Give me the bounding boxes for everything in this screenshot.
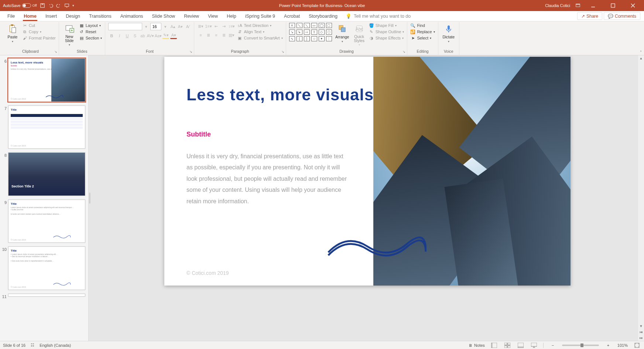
shape-rarrow-icon[interactable]: ⇨	[304, 30, 310, 35]
shape-star-icon[interactable]: ☆	[311, 36, 317, 41]
font-size-combo[interactable]: 16	[150, 23, 161, 30]
shape-arrow-icon[interactable]: ↘	[289, 30, 295, 35]
arrange-button[interactable]: Arrange▾	[335, 23, 350, 43]
tab-storyboarding[interactable]: Storyboarding	[304, 11, 342, 21]
format-painter-button[interactable]: 🖌Format Painter	[22, 35, 56, 41]
font-name-combo[interactable]	[108, 23, 142, 30]
tab-animations[interactable]: Animations	[116, 11, 148, 21]
tab-design[interactable]: Design	[61, 11, 85, 21]
slide-thumbnails-panel[interactable]: 6 Less text, more visuals Subtitle Unles…	[0, 55, 89, 341]
tab-slideshow[interactable]: Slide Show	[148, 11, 180, 21]
window-close-button[interactable]	[626, 0, 640, 11]
next-slide-icon[interactable]: ⏭	[638, 335, 644, 341]
zoom-percent[interactable]: 101%	[617, 343, 628, 348]
zoom-knob[interactable]	[580, 343, 583, 347]
shape-uarrow-icon[interactable]: ⇧	[311, 30, 317, 35]
chevron-down-icon[interactable]: ▾	[162, 23, 169, 30]
slide-body[interactable]: Unless it is very dry, financial present…	[186, 151, 349, 207]
decrease-indent-button[interactable]: ⇤	[213, 23, 219, 30]
scroll-up-icon[interactable]: ▲	[638, 55, 644, 61]
start-from-beginning-icon[interactable]	[64, 3, 69, 8]
window-maximize-button[interactable]	[606, 0, 620, 11]
shape-effects-button[interactable]: ◑Shape Effects▾	[369, 35, 404, 41]
shape-line2-icon[interactable]: ＼	[304, 23, 310, 28]
replace-button[interactable]: 🔁Replace▾	[410, 29, 435, 34]
tab-insert[interactable]: Insert	[41, 11, 61, 21]
slide-thumb-6[interactable]: Less text, more visuals Subtitle Unless …	[8, 58, 85, 102]
reset-button[interactable]: ↺Reset	[79, 29, 102, 34]
numbering-button[interactable]: 1≡▾	[205, 23, 212, 30]
slide-editor[interactable]: Less text, more visuals Subtitle Unless …	[91, 55, 644, 341]
window-minimize-button[interactable]	[586, 0, 600, 11]
dictate-button[interactable]: Dictate▾	[441, 23, 456, 43]
paste-button[interactable]: Paste ▾	[5, 23, 20, 43]
tab-home[interactable]: Home	[19, 11, 41, 21]
dialog-launcher-icon[interactable]: ↘	[402, 50, 405, 53]
convert-smartart-button[interactable]: ▣Convert to SmartArt▾	[237, 35, 282, 41]
underline-button[interactable]: U	[124, 32, 130, 39]
chevron-down-icon[interactable]: ▾	[143, 23, 150, 30]
font-color-button[interactable]: A▾	[170, 32, 177, 39]
strikethrough-button[interactable]: S	[131, 32, 138, 39]
normal-view-button[interactable]	[490, 342, 498, 349]
zoom-slider[interactable]	[562, 345, 599, 346]
shape-oval-icon[interactable]: ◯	[319, 23, 325, 28]
shape-line-icon[interactable]: ＼	[297, 23, 302, 28]
scroll-down-icon[interactable]: ▼	[638, 323, 644, 329]
shape-rect-icon[interactable]: ▭	[311, 23, 317, 28]
zoom-out-button[interactable]: −	[549, 342, 557, 349]
shape-curve-icon[interactable]: ∿	[289, 36, 295, 41]
shape-elbow-icon[interactable]: ↳	[297, 30, 302, 35]
reading-view-button[interactable]	[517, 342, 525, 349]
tab-ispring[interactable]: iSpring Suite 9	[241, 11, 280, 21]
collapse-ribbon-icon[interactable]: ˄	[640, 50, 642, 54]
align-right-button[interactable]: ≡	[213, 32, 219, 38]
justify-button[interactable]: ≣	[220, 32, 227, 38]
share-button[interactable]: ↗ Share	[577, 12, 602, 20]
italic-button[interactable]: I	[116, 32, 123, 39]
find-button[interactable]: 🔍Find	[410, 23, 435, 28]
increase-font-icon[interactable]: A▴	[169, 23, 176, 30]
status-language[interactable]: English (Canada)	[40, 343, 71, 348]
autosave-toggle[interactable]: AutoSave Off	[3, 3, 37, 8]
shape-textbox-icon[interactable]: A	[289, 23, 295, 28]
shape-callout-icon[interactable]: ✦	[319, 36, 325, 41]
text-direction-button[interactable]: ↕AText Direction▾	[237, 23, 282, 28]
shape-fill-button[interactable]: 🪣Shape Fill▾	[369, 23, 404, 28]
bold-button[interactable]: B	[108, 32, 115, 39]
highlight-button[interactable]: ✎▾	[162, 32, 169, 39]
shape-lbrace-icon[interactable]: {	[297, 36, 302, 41]
slide-canvas[interactable]: Less text, more visuals Subtitle Unless …	[164, 57, 571, 286]
tab-review[interactable]: Review	[179, 11, 203, 21]
char-spacing-button[interactable]: AV▾	[147, 32, 154, 39]
shape-rbrace-icon[interactable]: }	[304, 36, 310, 41]
tab-transitions[interactable]: Transitions	[85, 11, 116, 21]
new-slide-button[interactable]: + New Slide ▾	[62, 23, 77, 46]
shapes-gallery[interactable]: A ＼ ＼ ▭ ◯ ▢ ↘ ↳ ⇨ ⇧ ◇ ⬡ ∿ { } ☆ ✦ ⋮	[289, 23, 333, 42]
align-text-button[interactable]: ⇵Align Text▾	[237, 29, 282, 34]
slide-title[interactable]: Less text, more visuals	[186, 86, 374, 104]
slide-copyright[interactable]: © Cotici.com 2019	[186, 270, 229, 276]
save-icon[interactable]	[40, 3, 45, 8]
quick-styles-button[interactable]: Abc Quick Styles▾	[352, 23, 367, 46]
editor-vertical-scrollbar[interactable]: ▲ ▼ ⏮ ⏭	[638, 55, 644, 341]
line-spacing-button[interactable]: ↕≡▾	[228, 23, 235, 30]
change-case-button[interactable]: Aa▾	[155, 32, 161, 39]
qat-customize-icon[interactable]: ▾	[72, 4, 74, 7]
columns-button[interactable]: ▥▾	[228, 32, 235, 38]
tab-acrobat[interactable]: Acrobat	[280, 11, 304, 21]
clear-formatting-icon[interactable]: A⁄	[184, 23, 191, 30]
notes-button[interactable]: 🗎 Notes	[469, 343, 485, 348]
decrease-font-icon[interactable]: A▾	[177, 23, 184, 30]
shadow-button[interactable]: ab	[139, 32, 146, 39]
cut-button[interactable]: ✂Cut	[22, 23, 56, 28]
slide-thumb-7[interactable]: Title © Cotici.com 2019	[8, 106, 85, 149]
copy-button[interactable]: ⧉Copy▾	[22, 29, 56, 34]
shapes-more-icon[interactable]: ⋮	[326, 36, 332, 41]
align-center-button[interactable]: ≣	[205, 32, 212, 38]
dialog-launcher-icon[interactable]: ↘	[189, 50, 192, 53]
shape-diamond-icon[interactable]: ◇	[319, 30, 325, 35]
bullets-button[interactable]: ≣▾	[197, 23, 204, 30]
fit-to-window-button[interactable]	[633, 342, 641, 349]
ribbon-display-options-icon[interactable]	[575, 3, 580, 8]
